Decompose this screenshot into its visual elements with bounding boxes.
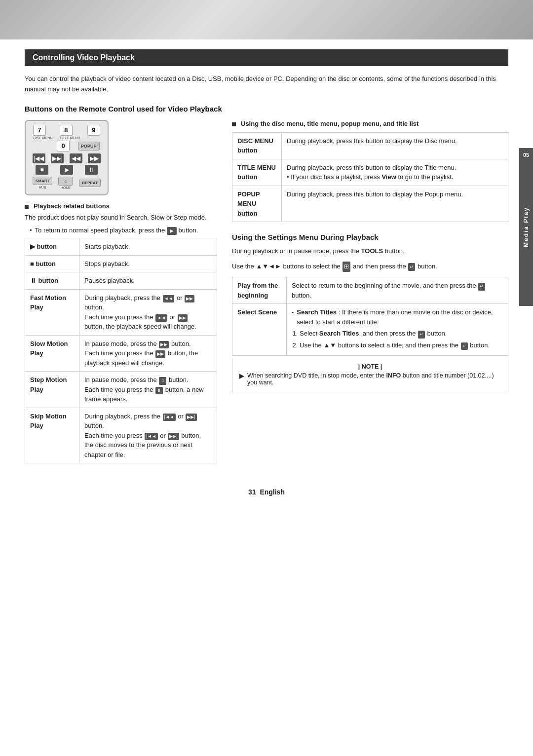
rew-icon2: ◄◄ bbox=[155, 314, 167, 322]
skip-back-icon: |◄◄ bbox=[163, 414, 176, 421]
intro-paragraph: You can control the playback of video co… bbox=[25, 74, 508, 95]
title-menu-label: TITLE MENU bbox=[60, 136, 80, 140]
fast-motion-label: Fast Motion Play bbox=[25, 289, 79, 335]
table-row: POPUP MENU button During playback, press… bbox=[232, 186, 508, 222]
remote-pause: ⏸ bbox=[85, 165, 98, 175]
skip-fwd-icon: ▶▶| bbox=[186, 414, 196, 421]
ffwd-icon: ▶▶ bbox=[185, 295, 194, 303]
remote-wrapper: 7 DISC MENU 8 TITLE MENU 9 bbox=[25, 120, 123, 195]
grid-icon: ⊞ bbox=[343, 262, 350, 272]
remote-key-9: 9 bbox=[87, 125, 100, 136]
play-icon-inline: ▶ bbox=[167, 227, 177, 235]
disc-menu-header: Using the disc menu, title menu, popup m… bbox=[232, 120, 508, 127]
table-row: Skip Motion Play During playback, press … bbox=[25, 408, 217, 463]
tools-label: TOOLS bbox=[361, 247, 383, 255]
slow-motion-label: Slow Motion Play bbox=[25, 335, 79, 372]
remote-smart-hub: SMART bbox=[33, 177, 52, 185]
enter-icon: ↵ bbox=[408, 263, 415, 271]
stop-button-desc: Stops playback. bbox=[79, 255, 217, 272]
ffwd-icon4: ▶▶ bbox=[155, 350, 165, 358]
remote-annotation-area: 7 DISC MENU 8 TITLE MENU 9 bbox=[25, 120, 217, 195]
play-from-beginning-label: Play from the beginning bbox=[232, 277, 287, 304]
playback-note-text: The product does not play sound in Searc… bbox=[25, 213, 217, 223]
settings-section-title: Using the Settings Menu During Playback bbox=[232, 233, 508, 241]
playback-related-title: Playback related buttons bbox=[34, 202, 110, 210]
disc-menu-bullet bbox=[232, 122, 236, 126]
list-item: Select Search Titles, and then press the… bbox=[300, 329, 503, 339]
remote-home: ⌂ bbox=[58, 177, 73, 186]
note-box: | NOTE | ▶ When searching DVD title, in … bbox=[232, 359, 508, 392]
playback-related-header: Playback related buttons bbox=[25, 202, 217, 210]
enter-icon4: ↵ bbox=[461, 342, 468, 350]
enter-icon2: ↵ bbox=[478, 283, 485, 291]
title-menu-label-cell: TITLE MENU button bbox=[232, 159, 282, 186]
pause-icon-inline: ⏸ bbox=[159, 377, 166, 385]
page-number: 31 English bbox=[25, 488, 508, 496]
disc-menu-table: DISC MENU button During playback, press … bbox=[232, 132, 508, 223]
dash-item: - Search Titles : If there is more than … bbox=[292, 307, 503, 327]
inner-ordered-list: Select Search Titles, and then press the… bbox=[300, 329, 503, 350]
popup-menu-desc: During playback, press this button to di… bbox=[282, 186, 508, 222]
play-button-desc: Starts playback. bbox=[79, 238, 217, 256]
section-title: Controlling Video Playback bbox=[33, 53, 135, 62]
table-row: Fast Motion Play During playback, press … bbox=[25, 289, 217, 335]
select-scene-label: Select Scene bbox=[232, 304, 287, 356]
stop-button-label: ■ button bbox=[25, 255, 79, 272]
slow-motion-desc: In pause mode, press the ▶▶ button.Each … bbox=[79, 335, 217, 372]
bullet-return-text: To return to normal speed playback, pres… bbox=[35, 226, 198, 236]
skip-back-icon2: |◄◄ bbox=[145, 433, 157, 441]
chapter-number: 05 bbox=[523, 152, 529, 158]
table-row: Play from the beginning Select to return… bbox=[232, 277, 508, 304]
step-motion-label: Step Motion Play bbox=[25, 372, 79, 408]
chapter-label: Media Play bbox=[523, 207, 530, 247]
section-header: Controlling Video Playback bbox=[25, 49, 508, 66]
table-row: ⏸ button Pauses playback. bbox=[25, 272, 217, 290]
title-menu-desc: During playback, press this button to di… bbox=[282, 159, 508, 186]
ffwd-icon3: ▶▶ bbox=[159, 341, 169, 349]
list-item: Use the ▲▼ buttons to select a title, an… bbox=[300, 340, 503, 350]
main-content: Controlling Video Playback You can contr… bbox=[0, 39, 533, 516]
table-row: Slow Motion Play In pause mode, press th… bbox=[25, 335, 217, 372]
skip-fwd-icon2: ▶▶| bbox=[168, 433, 179, 441]
popup-menu-label-cell: POPUP MENU button bbox=[232, 186, 282, 222]
step-motion-desc: In pause mode, press the ⏸ button.Each t… bbox=[79, 372, 217, 408]
left-column: 7 DISC MENU 8 TITLE MENU 9 bbox=[25, 120, 217, 474]
note-title: | NOTE | bbox=[238, 363, 502, 370]
pause-button-label: ⏸ button bbox=[25, 272, 79, 290]
remote-section-title: Buttons on the Remote Control used for V… bbox=[25, 105, 508, 113]
pause-icon-inline2: ⏸ bbox=[155, 387, 163, 395]
bullet-icon bbox=[25, 205, 29, 209]
remote-rew: ◀◀ bbox=[70, 153, 82, 163]
remote-play: ▶ bbox=[60, 165, 73, 175]
playback-table: ▶ button Starts playback. ■ button Stops… bbox=[25, 238, 217, 463]
disc-menu-label: DISC MENU bbox=[33, 136, 52, 140]
play-from-beginning-desc: Select to return to the beginning of the… bbox=[287, 277, 508, 304]
ffwd-icon2: ▶▶ bbox=[178, 314, 188, 322]
two-column-layout: 7 DISC MENU 8 TITLE MENU 9 bbox=[25, 120, 508, 474]
disc-menu-desc: During playback, press this button to di… bbox=[282, 132, 508, 159]
remote-key-8: 8 bbox=[60, 125, 73, 136]
table-row: ▶ button Starts playback. bbox=[25, 238, 217, 256]
settings-desc2: Use the ▲▼◄► buttons to select the ⊞ and… bbox=[232, 262, 508, 272]
remote-annotations bbox=[123, 120, 217, 122]
bullet-return-normal: • To return to normal speed playback, pr… bbox=[30, 226, 217, 236]
remote-key-7: 7 bbox=[33, 125, 46, 136]
settings-table: Play from the beginning Select to return… bbox=[232, 277, 508, 356]
table-row: ■ button Stops playback. bbox=[25, 255, 217, 272]
remote-skip-fwd: ▶▶| bbox=[51, 153, 64, 163]
table-row: TITLE MENU button During playback, press… bbox=[232, 159, 508, 186]
remote-repeat: REPEAT bbox=[79, 179, 101, 187]
table-row: Select Scene - Search Titles : If there … bbox=[232, 304, 508, 356]
play-button-label: ▶ button bbox=[25, 238, 79, 256]
table-row: DISC MENU button During playback, press … bbox=[232, 132, 508, 159]
note-text: When searching DVD title, in stop mode, … bbox=[247, 372, 502, 386]
fast-motion-desc: During playback, press the ◄◄ or ▶▶ butt… bbox=[79, 289, 217, 335]
disc-menu-label-cell: DISC MENU button bbox=[232, 132, 282, 159]
remote-fwd: ▶▶ bbox=[88, 153, 101, 163]
remote-control: 7 DISC MENU 8 TITLE MENU 9 bbox=[25, 120, 109, 195]
remote-stop: ■ bbox=[36, 165, 48, 175]
pause-button-desc: Pauses playback. bbox=[79, 272, 217, 290]
disc-menu-title: Using the disc menu, title menu, popup m… bbox=[241, 120, 419, 127]
side-tab: 05 Media Play bbox=[519, 148, 533, 306]
skip-motion-label: Skip Motion Play bbox=[25, 408, 79, 463]
